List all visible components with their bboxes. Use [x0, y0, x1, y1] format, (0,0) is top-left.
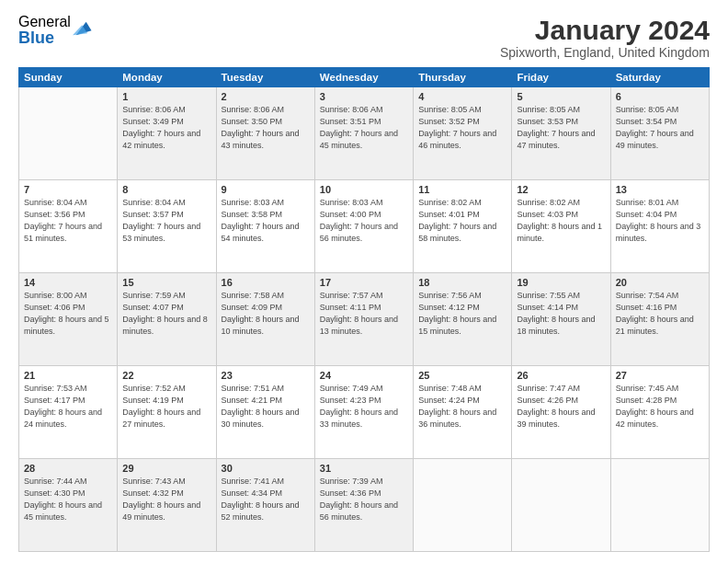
day-info: Sunrise: 7:58 AM Sunset: 4:09 PM Dayligh… [222, 290, 310, 338]
day-info: Sunrise: 8:06 AM Sunset: 3:49 PM Dayligh… [122, 104, 210, 152]
day-info: Sunrise: 7:59 AM Sunset: 4:07 PM Dayligh… [122, 290, 210, 338]
calendar-row-3: 21Sunrise: 7:53 AM Sunset: 4:17 PM Dayli… [19, 366, 710, 459]
day-number: 12 [517, 184, 605, 195]
table-row: 8Sunrise: 8:04 AM Sunset: 3:57 PM Daylig… [118, 180, 216, 273]
calendar-page: General Blue January 2024 Spixworth, Eng… [0, 0, 728, 563]
day-info: Sunrise: 7:53 AM Sunset: 4:17 PM Dayligh… [24, 383, 112, 431]
table-row: 16Sunrise: 7:58 AM Sunset: 4:09 PM Dayli… [216, 273, 314, 366]
day-number: 14 [24, 277, 112, 288]
day-number: 2 [222, 91, 310, 102]
col-tuesday: Tuesday [216, 68, 314, 87]
day-info: Sunrise: 8:00 AM Sunset: 4:06 PM Dayligh… [24, 290, 112, 338]
day-info: Sunrise: 8:05 AM Sunset: 3:52 PM Dayligh… [418, 104, 506, 152]
table-row: 10Sunrise: 8:03 AM Sunset: 4:00 PM Dayli… [314, 180, 413, 273]
day-number: 6 [616, 91, 704, 102]
day-number: 20 [616, 277, 704, 288]
table-row: 19Sunrise: 7:55 AM Sunset: 4:14 PM Dayli… [512, 273, 610, 366]
day-info: Sunrise: 8:01 AM Sunset: 4:04 PM Dayligh… [616, 197, 704, 245]
table-row: 29Sunrise: 7:43 AM Sunset: 4:32 PM Dayli… [118, 459, 216, 552]
day-info: Sunrise: 7:52 AM Sunset: 4:19 PM Dayligh… [122, 383, 210, 431]
table-row: 18Sunrise: 7:56 AM Sunset: 4:12 PM Dayli… [414, 273, 512, 366]
day-info: Sunrise: 8:02 AM Sunset: 4:03 PM Dayligh… [517, 197, 605, 245]
calendar-row-2: 14Sunrise: 8:00 AM Sunset: 4:06 PM Dayli… [19, 273, 710, 366]
table-row: 14Sunrise: 8:00 AM Sunset: 4:06 PM Dayli… [19, 273, 118, 366]
day-number: 30 [222, 463, 310, 474]
day-number: 1 [122, 91, 210, 102]
day-info: Sunrise: 8:04 AM Sunset: 3:57 PM Dayligh… [122, 197, 210, 245]
day-info: Sunrise: 7:54 AM Sunset: 4:16 PM Dayligh… [616, 290, 704, 338]
month-title: January 2024 [500, 15, 710, 45]
day-number: 11 [418, 184, 506, 195]
day-info: Sunrise: 8:05 AM Sunset: 3:53 PM Dayligh… [517, 104, 605, 152]
table-row: 21Sunrise: 7:53 AM Sunset: 4:17 PM Dayli… [19, 366, 118, 459]
day-info: Sunrise: 7:43 AM Sunset: 4:32 PM Dayligh… [122, 476, 210, 523]
table-row: 26Sunrise: 7:47 AM Sunset: 4:26 PM Dayli… [512, 366, 610, 459]
day-number: 22 [122, 370, 210, 381]
header-row: Sunday Monday Tuesday Wednesday Thursday… [19, 68, 710, 87]
day-info: Sunrise: 7:44 AM Sunset: 4:30 PM Dayligh… [24, 476, 112, 523]
calendar-table: Sunday Monday Tuesday Wednesday Thursday… [18, 67, 710, 552]
day-info: Sunrise: 7:41 AM Sunset: 4:34 PM Dayligh… [222, 476, 310, 523]
day-number: 15 [122, 277, 210, 288]
logo-icon [73, 18, 93, 39]
location: Spixworth, England, United Kingdom [500, 45, 710, 60]
table-row: 9Sunrise: 8:03 AM Sunset: 3:58 PM Daylig… [216, 180, 314, 273]
col-saturday: Saturday [610, 68, 709, 87]
table-row [610, 459, 709, 552]
day-number: 29 [122, 463, 210, 474]
day-info: Sunrise: 8:04 AM Sunset: 3:56 PM Dayligh… [24, 197, 112, 245]
day-number: 24 [320, 370, 408, 381]
header: General Blue January 2024 Spixworth, Eng… [18, 15, 710, 60]
day-info: Sunrise: 7:47 AM Sunset: 4:26 PM Dayligh… [517, 383, 605, 431]
day-info: Sunrise: 7:39 AM Sunset: 4:36 PM Dayligh… [320, 476, 408, 523]
table-row: 22Sunrise: 7:52 AM Sunset: 4:19 PM Dayli… [118, 366, 216, 459]
day-info: Sunrise: 8:06 AM Sunset: 3:50 PM Dayligh… [222, 104, 310, 152]
day-number: 31 [320, 463, 408, 474]
day-number: 10 [320, 184, 408, 195]
day-number: 21 [24, 370, 112, 381]
day-number: 17 [320, 277, 408, 288]
day-info: Sunrise: 8:03 AM Sunset: 4:00 PM Dayligh… [320, 197, 408, 245]
col-monday: Monday [118, 68, 216, 87]
day-info: Sunrise: 7:48 AM Sunset: 4:24 PM Dayligh… [418, 383, 506, 431]
table-row [19, 87, 118, 180]
day-number: 3 [320, 91, 408, 102]
table-row: 2Sunrise: 8:06 AM Sunset: 3:50 PM Daylig… [216, 87, 314, 180]
day-number: 26 [517, 370, 605, 381]
day-info: Sunrise: 7:51 AM Sunset: 4:21 PM Dayligh… [222, 383, 310, 431]
table-row: 4Sunrise: 8:05 AM Sunset: 3:52 PM Daylig… [414, 87, 512, 180]
table-row: 23Sunrise: 7:51 AM Sunset: 4:21 PM Dayli… [216, 366, 314, 459]
day-number: 23 [222, 370, 310, 381]
day-info: Sunrise: 8:06 AM Sunset: 3:51 PM Dayligh… [320, 104, 408, 152]
day-info: Sunrise: 8:05 AM Sunset: 3:54 PM Dayligh… [616, 104, 704, 152]
day-number: 13 [616, 184, 704, 195]
day-info: Sunrise: 8:02 AM Sunset: 4:01 PM Dayligh… [418, 197, 506, 245]
table-row: 31Sunrise: 7:39 AM Sunset: 4:36 PM Dayli… [314, 459, 413, 552]
day-number: 8 [122, 184, 210, 195]
table-row: 15Sunrise: 7:59 AM Sunset: 4:07 PM Dayli… [118, 273, 216, 366]
day-number: 25 [418, 370, 506, 381]
calendar-body: 1Sunrise: 8:06 AM Sunset: 3:49 PM Daylig… [19, 87, 710, 552]
day-info: Sunrise: 7:57 AM Sunset: 4:11 PM Dayligh… [320, 290, 408, 338]
day-info: Sunrise: 8:03 AM Sunset: 3:58 PM Dayligh… [222, 197, 310, 245]
table-row: 24Sunrise: 7:49 AM Sunset: 4:23 PM Dayli… [314, 366, 413, 459]
table-row: 11Sunrise: 8:02 AM Sunset: 4:01 PM Dayli… [414, 180, 512, 273]
calendar-row-0: 1Sunrise: 8:06 AM Sunset: 3:49 PM Daylig… [19, 87, 710, 180]
logo-general: General [18, 15, 71, 29]
calendar-row-1: 7Sunrise: 8:04 AM Sunset: 3:56 PM Daylig… [19, 180, 710, 273]
table-row: 3Sunrise: 8:06 AM Sunset: 3:51 PM Daylig… [314, 87, 413, 180]
day-info: Sunrise: 7:45 AM Sunset: 4:28 PM Dayligh… [616, 383, 704, 431]
table-row: 12Sunrise: 8:02 AM Sunset: 4:03 PM Dayli… [512, 180, 610, 273]
title-block: January 2024 Spixworth, England, United … [500, 15, 710, 60]
table-row: 7Sunrise: 8:04 AM Sunset: 3:56 PM Daylig… [19, 180, 118, 273]
day-number: 4 [418, 91, 506, 102]
table-row: 6Sunrise: 8:05 AM Sunset: 3:54 PM Daylig… [610, 87, 709, 180]
logo-blue: Blue [18, 29, 71, 46]
day-number: 19 [517, 277, 605, 288]
day-number: 5 [517, 91, 605, 102]
table-row: 1Sunrise: 8:06 AM Sunset: 3:49 PM Daylig… [118, 87, 216, 180]
table-row: 17Sunrise: 7:57 AM Sunset: 4:11 PM Dayli… [314, 273, 413, 366]
logo: General Blue [18, 15, 93, 46]
day-info: Sunrise: 7:49 AM Sunset: 4:23 PM Dayligh… [320, 383, 408, 431]
calendar-header: Sunday Monday Tuesday Wednesday Thursday… [19, 68, 710, 87]
